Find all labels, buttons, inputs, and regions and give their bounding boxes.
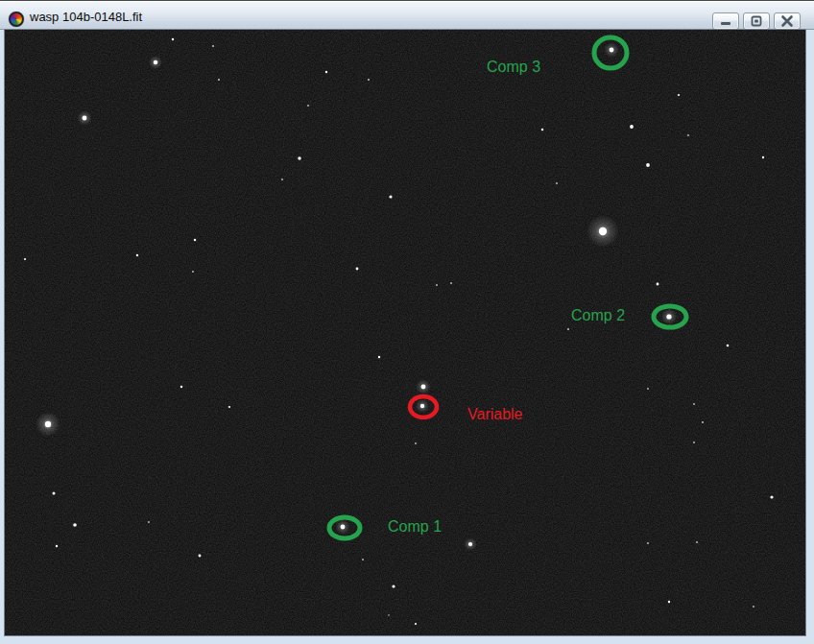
- star: [415, 442, 417, 444]
- restore-button[interactable]: [743, 12, 770, 30]
- star: [599, 227, 607, 235]
- app-window: wasp 104b-0148L.fit: [0, 0, 814, 644]
- star: [610, 48, 614, 53]
- star: [687, 134, 689, 136]
- star: [368, 79, 370, 81]
- star: [702, 421, 704, 423]
- star: [172, 38, 174, 40]
- star: [53, 492, 56, 495]
- annotation-label-comp1: Comp 1: [388, 518, 442, 535]
- star: [556, 182, 558, 184]
- star: [567, 328, 569, 330]
- star: [770, 495, 773, 498]
- star: [341, 525, 346, 530]
- star: [450, 282, 452, 284]
- star: [148, 521, 150, 523]
- star: [678, 94, 680, 96]
- star: [307, 105, 309, 107]
- fits-image-area[interactable]: Comp 3Comp 2VariableComp 1: [5, 30, 805, 635]
- minimize-button[interactable]: [712, 12, 739, 30]
- star: [45, 421, 51, 427]
- star: [646, 163, 650, 167]
- star: [696, 541, 698, 543]
- annotation-label-comp2: Comp 2: [571, 307, 625, 323]
- minimize-icon: [717, 14, 734, 28]
- star: [415, 623, 417, 625]
- star: [468, 542, 472, 546]
- star: [420, 404, 424, 408]
- star-canvas[interactable]: Comp 3Comp 2VariableComp 1: [5, 30, 805, 635]
- window-controls: [712, 12, 801, 30]
- star: [541, 129, 543, 131]
- star: [421, 385, 426, 390]
- star: [199, 555, 202, 558]
- window-title: wasp 104b-0148L.fit: [30, 1, 142, 31]
- star: [24, 258, 26, 260]
- ccd-noise-layer: [5, 30, 805, 635]
- star: [83, 116, 87, 121]
- title-bar[interactable]: wasp 104b-0148L.fit: [0, 0, 814, 30]
- star: [180, 386, 182, 388]
- star: [218, 79, 220, 81]
- star: [212, 45, 214, 47]
- star: [154, 60, 157, 64]
- star: [693, 441, 695, 443]
- star: [73, 523, 77, 527]
- star: [630, 125, 634, 129]
- star: [228, 406, 230, 408]
- star: [136, 254, 138, 256]
- star: [753, 606, 754, 608]
- star: [668, 601, 670, 603]
- star: [192, 271, 194, 273]
- star: [647, 388, 649, 390]
- star: [378, 356, 380, 358]
- star: [666, 314, 671, 319]
- star: [298, 156, 300, 159]
- annotation-label-variable: Variable: [467, 406, 523, 422]
- star: [194, 239, 196, 241]
- annotation-label-comp3: Comp 3: [487, 59, 540, 75]
- star: [392, 584, 395, 587]
- close-button[interactable]: [774, 12, 801, 30]
- restore-icon: [748, 14, 765, 28]
- star: [56, 545, 58, 547]
- star: [647, 542, 649, 544]
- star: [762, 156, 764, 158]
- star: [356, 268, 359, 271]
- star: [693, 403, 695, 405]
- star: [325, 71, 327, 73]
- star: [436, 284, 438, 286]
- star: [727, 345, 730, 347]
- close-icon: [778, 14, 796, 28]
- star: [657, 283, 659, 286]
- star: [362, 559, 364, 561]
- star: [388, 614, 390, 616]
- app-icon: [9, 12, 24, 27]
- star: [389, 195, 392, 198]
- star: [281, 179, 283, 180]
